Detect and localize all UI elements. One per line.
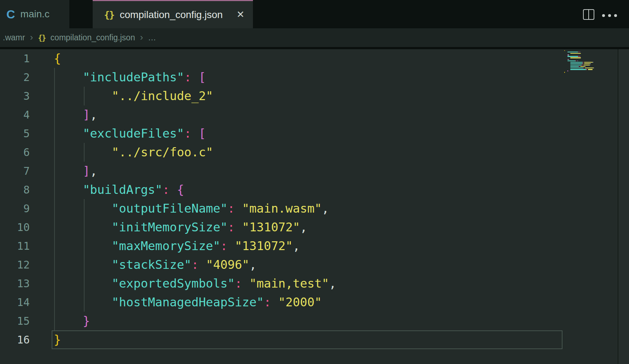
code-line[interactable]: 7 ],: [0, 162, 629, 180]
line-number[interactable]: 1: [0, 49, 30, 68]
code-token: [235, 220, 242, 234]
tab-label: compilation_config.json: [120, 9, 223, 21]
code-text: }: [54, 312, 90, 330]
code-token: [: [198, 126, 206, 140]
code-token: [191, 126, 198, 140]
code-line[interactable]: 4 ],: [0, 105, 629, 124]
line-number[interactable]: 11: [0, 237, 30, 255]
tab-compilation-config-json[interactable]: {} compilation_config.json ✕: [93, 0, 253, 28]
close-tab-icon[interactable]: ✕: [236, 10, 244, 19]
minimap-token: [590, 63, 591, 64]
code-token: [242, 276, 249, 290]
code-token: :: [184, 126, 191, 140]
dot: [608, 14, 611, 17]
code-token: [54, 183, 83, 197]
code-line[interactable]: 15 }: [0, 312, 629, 330]
code-token: }: [83, 314, 90, 328]
code-token: :: [191, 258, 198, 272]
code-line[interactable]: 2 "includePaths": [: [0, 68, 629, 87]
code-token: "includePaths": [83, 70, 184, 84]
code-line[interactable]: 12 "stackSize": "4096",: [0, 255, 629, 274]
breadcrumb-symbol[interactable]: …: [148, 33, 156, 42]
breadcrumb-file[interactable]: compilation_config.json: [51, 33, 135, 42]
json-file-icon: {}: [104, 10, 114, 19]
code-token: [54, 258, 112, 272]
code-line[interactable]: 1{: [0, 49, 629, 68]
minimap-token: [593, 68, 594, 68]
code-token: :: [264, 295, 271, 309]
code-text: {: [54, 49, 61, 68]
code-token: "outputFileName": [112, 201, 228, 215]
code-text: "maxMemorySize": "131072",: [54, 237, 300, 255]
line-number[interactable]: 12: [0, 255, 30, 274]
code-token: "stackSize": [112, 258, 191, 272]
minimap-token: [582, 65, 582, 65]
line-number[interactable]: 14: [0, 293, 30, 312]
scrollbar-track[interactable]: [618, 49, 629, 364]
code-text: ],: [54, 105, 97, 124]
minimap-token: [567, 70, 568, 71]
breadcrumb: .wamr › {} compilation_config.json › …: [0, 28, 629, 47]
line-number[interactable]: 10: [0, 218, 30, 237]
more-actions-icon[interactable]: [602, 14, 617, 17]
code-line[interactable]: 11 "maxMemorySize": "131072",: [0, 237, 629, 255]
code-line[interactable]: 3 "../include_2": [0, 87, 629, 105]
line-number[interactable]: 5: [0, 124, 30, 143]
code-token: :: [227, 201, 235, 215]
code-text: "buildArgs": {: [54, 180, 184, 199]
line-number[interactable]: 15: [0, 312, 30, 330]
code-text: ],: [54, 162, 97, 180]
minimap-token: [586, 69, 587, 70]
line-number[interactable]: 9: [0, 199, 30, 218]
line-number[interactable]: 3: [0, 87, 30, 105]
code-token: [198, 258, 206, 272]
minimap-token: [583, 62, 583, 63]
minimap-token: [588, 69, 593, 70]
line-number[interactable]: 7: [0, 162, 30, 180]
code-line[interactable]: 13 "exportedSymbols": "main,test",: [0, 274, 629, 293]
code-line[interactable]: 9 "outputFileName": "main.wasm",: [0, 199, 629, 218]
code-line[interactable]: 6 "../src/foo.c": [0, 143, 629, 162]
code-lines: 1{2 "includePaths": [3 "../include_2"4 ]…: [0, 49, 629, 349]
minimap-token: [567, 56, 578, 57]
code-token: "maxMemorySize": [112, 239, 220, 253]
code-token: ,: [90, 108, 97, 122]
code-line[interactable]: 14 "hostManagedHeapSize": "2000": [0, 293, 629, 312]
minimap-token: [568, 54, 569, 55]
code-token: "excludeFiles": [83, 126, 184, 140]
code-line[interactable]: 8 "buildArgs": {: [0, 180, 629, 199]
code-token: :: [162, 183, 169, 197]
code-line[interactable]: 5 "excludeFiles": [: [0, 124, 629, 143]
line-number[interactable]: 4: [0, 105, 30, 124]
breadcrumb-folder[interactable]: .wamr: [3, 33, 25, 42]
line-number[interactable]: 16: [0, 330, 30, 349]
code-text: "initMemorySize": "131072",: [54, 218, 307, 237]
tab-main-c[interactable]: C main.c: [0, 0, 69, 28]
split-editor-icon[interactable]: [583, 9, 594, 20]
minimap-token: [570, 53, 581, 54]
code-token: [54, 239, 112, 253]
minimap-token: [564, 50, 565, 51]
line-number[interactable]: 6: [0, 143, 30, 162]
dot: [614, 14, 617, 17]
code-token: [54, 295, 112, 309]
code-token: [54, 70, 83, 84]
json-file-icon: {}: [38, 34, 45, 42]
code-token: }: [54, 333, 61, 347]
code-token: [54, 108, 83, 122]
code-text: "stackSize": "4096",: [54, 255, 256, 274]
code-text: "outputFileName": "main.wasm",: [54, 199, 329, 218]
code-line[interactable]: 10 "initMemorySize": "131072",: [0, 218, 629, 237]
minimap-token: [578, 56, 579, 57]
tab-label: main.c: [21, 8, 50, 20]
code-editor[interactable]: 1{2 "includePaths": [3 "../include_2"4 ]…: [0, 49, 629, 364]
code-line[interactable]: 16}: [0, 330, 629, 349]
line-number[interactable]: 2: [0, 68, 30, 87]
code-token: "exportedSymbols": [112, 276, 235, 290]
line-number[interactable]: 8: [0, 180, 30, 199]
minimap-token: [585, 68, 593, 68]
minimap-token: [583, 65, 589, 65]
line-number[interactable]: 13: [0, 274, 30, 293]
minimap[interactable]: [564, 50, 617, 74]
code-token: "hostManagedHeapSize": [112, 295, 264, 309]
